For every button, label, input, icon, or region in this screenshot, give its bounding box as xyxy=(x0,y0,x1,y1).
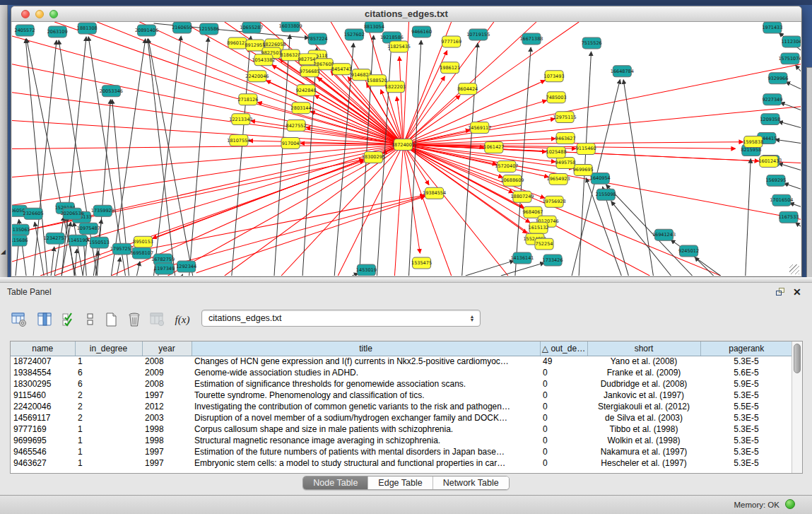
table-selector-dropdown[interactable]: citations_edges.txt ▲▼ xyxy=(201,310,481,327)
table-cell[interactable]: 1 xyxy=(75,457,142,469)
table-cell[interactable]: Estimation of significance thresholds fo… xyxy=(192,378,540,390)
function-builder-icon[interactable]: f(x) xyxy=(173,310,192,329)
table-cell[interactable]: 0 xyxy=(540,457,587,469)
table-cell[interactable]: 1997 xyxy=(142,446,192,457)
network-node[interactable]: 20891406 xyxy=(135,25,158,36)
table-cell[interactable]: 19384554 xyxy=(11,367,75,378)
table-cell[interactable]: 0 xyxy=(540,367,587,378)
network-node[interactable]: 14136141 xyxy=(510,252,534,264)
network-node[interactable]: 752254 xyxy=(535,238,553,250)
network-node[interactable]: 1135061 xyxy=(12,224,30,235)
network-node[interactable]: 10543382 xyxy=(252,54,275,66)
network-node[interactable]: 2803144 xyxy=(291,103,312,114)
network-node[interactable]: 16033809 xyxy=(279,22,302,32)
right-panel-edge[interactable] xyxy=(806,67,812,277)
network-node[interactable]: 9115460 xyxy=(576,144,596,155)
network-node[interactable]: 1569295 xyxy=(765,175,786,186)
table-cell[interactable]: 5.3E-5 xyxy=(700,356,792,367)
network-node[interactable]: 1971433 xyxy=(762,22,782,33)
network-node[interactable]: 1601243 xyxy=(758,156,779,167)
network-node[interactable]: 9777169 xyxy=(441,36,461,47)
network-node[interactable]: 8454743 xyxy=(331,64,352,75)
network-node[interactable]: 1550513 xyxy=(89,237,110,248)
table-cell[interactable]: 5.3E-5 xyxy=(700,390,792,401)
table-row[interactable]: 946554611997Estimation of the future num… xyxy=(11,446,792,457)
network-node[interactable]: 9495758 xyxy=(555,157,576,168)
window-titlebar[interactable]: citations_edges.txt xyxy=(11,6,801,22)
network-node[interactable]: 14569117 xyxy=(468,122,491,134)
table-cell[interactable]: 1 xyxy=(75,424,142,435)
table-cell[interactable]: 2012 xyxy=(142,401,192,412)
network-node[interactable]: 9466160 xyxy=(411,26,432,37)
network-node[interactable]: 19756928 xyxy=(543,196,566,207)
table-cell[interactable]: 1997 xyxy=(142,457,192,469)
network-node[interactable]: 1112304 xyxy=(781,36,801,47)
network-node[interactable]: 9699695 xyxy=(573,164,594,175)
table-header[interactable]: namein_degreeyeartitle△ out_de…shortpage… xyxy=(11,341,792,356)
table-cell[interactable]: 0 xyxy=(540,446,587,457)
network-node[interactable]: 10655287 xyxy=(240,22,263,33)
network-node[interactable]: 1209358 xyxy=(760,114,780,125)
table-cell[interactable]: Franke et al. (2009) xyxy=(587,367,700,378)
network-node[interactable]: 1025488 xyxy=(546,147,567,158)
row-height-icon[interactable] xyxy=(81,310,100,329)
new-table-icon[interactable] xyxy=(102,310,121,329)
memory-status-icon[interactable] xyxy=(785,499,795,509)
table-cell[interactable]: 5.3E-5 xyxy=(700,412,792,424)
table-column-icon[interactable] xyxy=(36,310,54,329)
table-cell[interactable]: Changes of HCN gene expression and I(f) … xyxy=(192,356,540,367)
network-node[interactable]: 2155098 xyxy=(596,189,616,200)
network-node[interactable]: 18724007 xyxy=(392,139,415,151)
network-canvas[interactable]: 2405572206310918813082089140621606501215… xyxy=(12,22,801,276)
table-cell[interactable]: 1 xyxy=(75,435,142,446)
table-cell[interactable]: 9777169 xyxy=(11,424,75,435)
network-node[interactable]: 15720407 xyxy=(495,160,518,172)
tab-edge-table[interactable]: Edge Table xyxy=(367,477,432,489)
network-node[interactable]: 1073493 xyxy=(544,71,565,82)
table-cell[interactable]: Tourette syndrome. Phenomenology and cla… xyxy=(192,390,540,401)
network-node[interactable]: 2326605 xyxy=(23,208,44,219)
network-node[interactable]: 18107554 xyxy=(227,135,250,146)
table-cell[interactable]: 1998 xyxy=(142,435,192,446)
table-cell[interactable]: Embryonic stem cells: a model to study s… xyxy=(192,457,540,469)
table-cell[interactable]: Disruption of a novel member of a sodium… xyxy=(192,412,540,424)
tab-network-table[interactable]: Network Table xyxy=(433,477,509,489)
table-cell[interactable]: 5.3E-5 xyxy=(700,457,792,469)
network-node[interactable]: 10975487 xyxy=(77,223,100,234)
table-cell[interactable]: 0 xyxy=(540,424,587,435)
table-cell[interactable]: 0 xyxy=(540,435,587,446)
table-cell[interactable]: Jankovic et al. (1997) xyxy=(587,390,700,401)
column-header-year[interactable]: year xyxy=(142,341,192,356)
table-row[interactable]: 2242004622012Investigating the contribut… xyxy=(11,401,792,412)
network-node[interactable]: 917004 xyxy=(281,138,300,149)
network-node[interactable]: 10719155 xyxy=(466,29,490,40)
network-node[interactable]: 1453019 xyxy=(356,264,377,276)
network-node[interactable]: 17016504 xyxy=(770,194,793,206)
select-columns-icon[interactable] xyxy=(60,310,78,329)
network-node[interactable]: 2063109 xyxy=(47,26,68,37)
network-node[interactable]: 11825435 xyxy=(387,41,411,52)
column-header-in_degree[interactable]: in_degree xyxy=(75,341,142,356)
delete-table-icon[interactable] xyxy=(125,310,143,329)
table-cell[interactable]: 18300295 xyxy=(11,378,75,390)
table-body[interactable]: 1872400712008Changes of HCN gene express… xyxy=(11,356,792,469)
table-cell[interactable]: Genome-wide association studies in ADHD. xyxy=(192,367,540,378)
network-node[interactable]: 9329966 xyxy=(767,73,788,84)
network-node[interactable]: 12975115 xyxy=(553,112,577,123)
network-node[interactable]: 22420046 xyxy=(245,71,269,82)
network-node[interactable]: 18807249 xyxy=(510,191,534,202)
table-row[interactable]: 969969511998Structural magnetic resonanc… xyxy=(11,435,792,446)
table-cell[interactable]: 2008 xyxy=(142,378,192,390)
network-node[interactable]: 1640954 xyxy=(590,173,611,184)
table-cell[interactable]: 49 xyxy=(540,356,587,367)
table-cell[interactable]: 9699695 xyxy=(11,435,75,446)
network-node[interactable]: 7485003 xyxy=(546,92,567,103)
vertical-scrollbar[interactable] xyxy=(792,341,802,473)
panel-collapse-handle[interactable]: ◢ xyxy=(1,248,6,255)
table-row[interactable]: 1830029562008Estimation of significance … xyxy=(11,378,792,390)
table-cell[interactable]: Nakamura et al. (1997) xyxy=(587,446,700,457)
network-node[interactable]: 16671388 xyxy=(519,33,543,45)
table-cell[interactable]: 5.5E-5 xyxy=(700,401,792,412)
table-cell[interactable]: 9465546 xyxy=(11,446,75,457)
table-cell[interactable]: 5.6E-5 xyxy=(700,367,792,378)
